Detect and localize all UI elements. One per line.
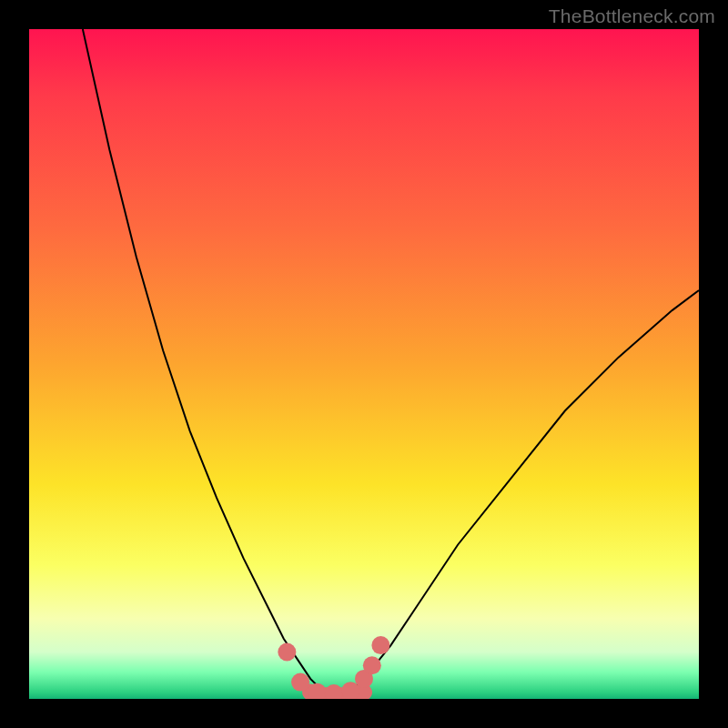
left-curve-path <box>83 29 324 693</box>
series-right-curve <box>350 290 699 693</box>
series-left-curve <box>83 29 324 693</box>
marker-dot <box>371 636 389 654</box>
chart-frame: TheBottleneck.com <box>0 0 728 728</box>
watermark-text: TheBottleneck.com <box>549 5 715 27</box>
marker-dot <box>278 642 296 661</box>
marker-dot <box>291 673 309 692</box>
right-curve-path <box>350 290 699 693</box>
marker-dot <box>363 656 381 674</box>
curve-layer <box>29 29 699 699</box>
plot-area <box>29 29 699 699</box>
highlighted-points <box>278 636 389 699</box>
marker-dot <box>325 684 343 699</box>
